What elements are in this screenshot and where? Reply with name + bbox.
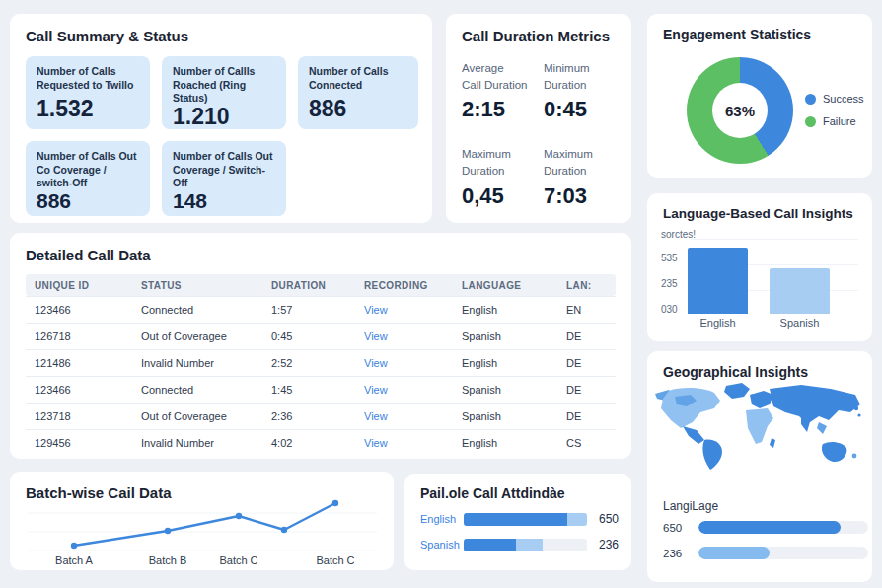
- pailole-panel: Pail.ole Call Attdindàe English 650 Span…: [404, 474, 631, 570]
- language-insights-panel: Language-Based Call Insights sorctes! 53…: [647, 193, 872, 341]
- stat-card-value: 1.532: [37, 98, 139, 120]
- stat-card-value: 1.210: [173, 106, 275, 128]
- legend-item-success[interactable]: Success: [805, 93, 864, 105]
- geo-bar-value: 236: [663, 548, 689, 559]
- stat-card-requested: Number of Calls Requested to Twillo 1.53…: [26, 56, 150, 129]
- table-row: 129456 Invalid Number 4:02 View English …: [26, 429, 616, 456]
- geo-title: Geographical Insights: [663, 364, 856, 380]
- metric-maximum-duration-2: MaximumDuration 7:03: [544, 146, 616, 208]
- call-duration-title: Call Duration Metrics: [462, 28, 616, 44]
- stat-card-label: Number of Calls Connected: [309, 65, 407, 92]
- call-summary-panel: Call Summary & Status Number of Calls Re…: [10, 14, 432, 223]
- success-color-dot: [805, 94, 816, 105]
- geo-bar-track: [698, 521, 868, 534]
- hbar-label[interactable]: Spanish: [420, 539, 464, 551]
- view-recording-link[interactable]: View: [364, 384, 388, 396]
- metric-value: 7:03: [544, 184, 616, 209]
- hbar-row-spanish: Spanish 236: [420, 538, 619, 551]
- view-recording-link[interactable]: View: [364, 304, 388, 316]
- y-axis-tick: 535: [661, 253, 678, 263]
- view-recording-link[interactable]: View: [364, 357, 388, 369]
- hbar-row-english: English 650: [420, 512, 619, 526]
- geographical-insights-panel: Geographical Insights LangiLage 650 236: [647, 351, 872, 582]
- geo-subtitle: LangiLage: [663, 499, 718, 513]
- stat-card-reached: Number of Callls Roached (Ring Status) 1…: [162, 56, 286, 129]
- hbar-spanish: [464, 539, 587, 551]
- legend-item-failure[interactable]: Failure: [805, 115, 864, 127]
- stat-card-value: 886: [37, 190, 139, 211]
- x-axis-label-batch-b: Batch B: [149, 554, 187, 566]
- metric-average-duration: AverageCall Duration 2:15: [462, 60, 534, 122]
- hbar-value: 650: [599, 512, 619, 526]
- x-axis-label-spanish: Spanish: [770, 317, 830, 329]
- metric-value: 2:15: [462, 97, 534, 122]
- table-row: 121486 Invalid Number 2:52 View English …: [26, 349, 616, 376]
- column-header-language[interactable]: LANGUAGE: [453, 280, 557, 291]
- stat-card-label: Number of Calls Out Coverage / Switch-Of…: [173, 150, 275, 190]
- table-title: Detailed Call Data: [26, 247, 616, 263]
- table-row: 123466 Connected 1:45 View Spanish DE: [26, 376, 616, 403]
- geo-bar-fill: [698, 521, 841, 534]
- failure-color-dot: [805, 116, 816, 127]
- stat-card-value: 148: [173, 190, 275, 211]
- metric-value: 0,45: [462, 184, 534, 209]
- engagement-title: Engagement Statistics: [663, 27, 856, 42]
- table-row: 123466 Connected 1:57 View English EN: [26, 296, 616, 323]
- bar-english: [688, 248, 748, 314]
- stat-card-label: Number of Calls Requested to Twillo: [37, 65, 139, 92]
- stat-card-out-coverage-1: Number of Calls Out Co Coverage / switch…: [26, 141, 150, 216]
- bar-spanish: [770, 268, 830, 314]
- hbar-value: 236: [599, 538, 619, 551]
- metric-value: 0:45: [544, 97, 616, 122]
- geo-bar-row: 236: [663, 547, 868, 559]
- call-data-table: UNIQUE ID STATUS DURATION RECORDING LANG…: [26, 274, 616, 456]
- call-summary-title: Call Summary & Status: [26, 28, 416, 44]
- column-header-unique-id[interactable]: UNIQUE ID: [26, 280, 132, 291]
- table-header-row: UNIQUE ID STATUS DURATION RECORDING LANG…: [26, 274, 616, 296]
- batch-panel: Batch-wise Cail Data Batch A Batch B Bat…: [10, 472, 394, 570]
- x-axis-label-batch-a: Batch A: [55, 554, 93, 566]
- x-axis-label-batch-c: Batch C: [219, 554, 257, 566]
- language-bar-chart: sorctes! 535 235 030 English Spanish: [647, 193, 872, 341]
- duration-metrics: AverageCall Duration 2:15 MinimumDuratio…: [462, 60, 616, 209]
- column-header-lan[interactable]: LAN:: [557, 280, 616, 291]
- geo-bar-fill: [698, 547, 770, 559]
- column-header-duration[interactable]: DURATION: [262, 280, 355, 291]
- stat-card-value: 886: [309, 98, 407, 120]
- donut-legend: Success Failure: [805, 93, 864, 138]
- hbar-segment-light: [516, 539, 543, 551]
- column-header-recording[interactable]: RECORDING: [355, 280, 453, 291]
- view-recording-link[interactable]: View: [364, 437, 388, 449]
- metric-maximum-duration-1: MaximumDuration 0,45: [462, 146, 534, 208]
- geo-bar-row: 650: [663, 521, 868, 534]
- pailole-title: Pail.ole Call Attdindàe: [420, 485, 616, 501]
- detailed-call-data-panel: Detailed Call Data UNIQUE ID STATUS DURA…: [10, 233, 631, 459]
- table-row: 123718 Out of Coveragee 2:36 View Spanis…: [26, 403, 616, 429]
- view-recording-link[interactable]: View: [364, 410, 388, 422]
- hbar-segment-dark: [464, 539, 516, 551]
- hbar-english: [464, 513, 587, 526]
- stat-card-label: Number of Calls Out Co Coverage / switch…: [37, 150, 139, 190]
- stat-card-out-coverage-2: Number of Calls Out Coverage / Switch-Of…: [162, 141, 286, 216]
- stat-card-connected: Number of Calls Connected 886: [298, 56, 418, 129]
- view-recording-link[interactable]: View: [364, 331, 388, 342]
- y-axis-tick: 235: [661, 278, 678, 289]
- x-axis-label-english: English: [688, 317, 748, 329]
- hbar-segment-light: [567, 513, 587, 526]
- geo-bar-value: 650: [663, 522, 689, 534]
- column-header-status[interactable]: STATUS: [132, 280, 262, 291]
- engagement-panel: Engagement Statistics 63% Success Failur…: [647, 14, 872, 178]
- stat-card-label: Number of Callls Roached (Ring Status): [173, 65, 275, 106]
- donut-center-value: 63%: [712, 83, 768, 138]
- table-row: 126718 Out of Coveragee 0:45 View Spanis…: [26, 323, 616, 349]
- hbar-label[interactable]: English: [420, 513, 464, 525]
- x-axis-label-batch-c2: Batch C: [316, 554, 354, 566]
- geo-bar-track: [698, 547, 868, 559]
- summary-cards: Number of Calls Requested to Twillo 1.53…: [26, 56, 416, 216]
- engagement-donut-chart: 63%: [687, 57, 793, 164]
- y-axis-tick: 030: [661, 304, 678, 315]
- metric-minimum-duration: MinimumDuration 0:45: [544, 60, 616, 122]
- gridline: [691, 239, 858, 240]
- call-duration-panel: Call Duration Metrics AverageCall Durati…: [446, 14, 631, 223]
- hbar-segment-dark: [464, 513, 567, 526]
